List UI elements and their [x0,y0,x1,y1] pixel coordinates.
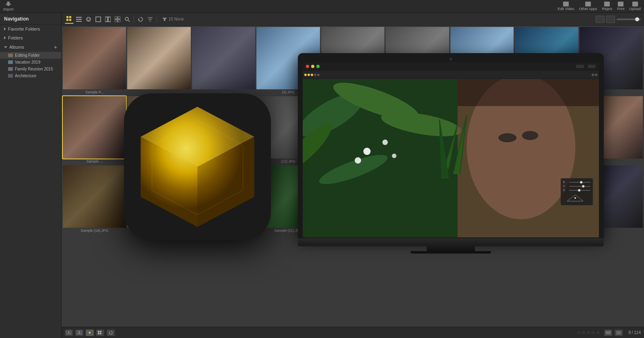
view-loupe-button[interactable] [123,15,132,24]
photo-cell[interactable]: Sample (19).JPG [127,165,190,233]
other-apps-button[interactable]: Other Apps [579,2,597,11]
photo-cell[interactable]: Sample (20).JPG [192,165,255,233]
photo-cell[interactable] [386,27,449,95]
photo-filename [580,228,643,229]
svg-rect-32 [606,331,611,332]
bottom-bar-button-1[interactable] [65,330,73,336]
zoom-slider[interactable] [617,19,641,20]
photo-cell[interactable]: (12).JPG [256,96,320,164]
svg-rect-27 [98,331,99,332]
photo-cell[interactable] [321,96,384,164]
photo-cell[interactable] [580,165,643,233]
rotate-icon [138,16,143,22]
photo-filename [580,159,643,160]
album-item-architecture[interactable]: Architecture [0,72,61,79]
photo-cell[interactable]: Sample (8).JPG [515,27,578,95]
upload-button[interactable]: Upload [629,2,641,11]
print-button[interactable]: Print [617,2,625,11]
star-rating[interactable]: ☆ ☆ ☆ ☆ ☆ [577,330,600,335]
photo-cell[interactable]: Sample (22).JPG [321,165,384,233]
album-item-editing-folder[interactable]: Editing Folder [0,52,61,59]
photo-filename: (12).JPG [256,159,320,164]
album-label: Vacation 2019 [15,60,40,64]
photo-cell[interactable]: Sample (18).JPG [63,165,126,233]
photo-filename: Sample (25).JPG [515,228,578,233]
photo-cell[interactable] [127,27,190,95]
add-album-button[interactable]: + [54,44,57,50]
photo-cell[interactable]: Sample (17).JPG [515,96,578,164]
photo-row-1: Sample P... (3).JPG [62,26,644,95]
star-4[interactable]: ☆ [591,330,595,335]
svg-rect-4 [76,17,82,18]
photo-thumbnail [450,96,514,159]
sort-button[interactable] [146,15,155,24]
view-options-icon [606,331,611,335]
view-toggle-small[interactable] [596,16,605,23]
reject-button[interactable]: Reject [602,2,612,11]
photo-thumbnail [580,27,643,89]
photo-filename: Sample (22).JPG [321,228,384,233]
album-item-vacation-2019[interactable]: Vacation 2019 [0,59,61,66]
view-toggle-large[interactable] [606,16,615,23]
photo-cell[interactable] [450,27,514,95]
svg-rect-16 [118,20,120,22]
view-dual-button[interactable] [103,15,112,24]
photo-cell[interactable]: Sample (24).JPG [450,165,514,233]
album-label: Architecture [15,74,36,78]
import-button[interactable]: Import [3,2,14,11]
sidebar-item-folders[interactable]: Folders [0,33,61,42]
svg-rect-10 [96,17,101,22]
photo-cell[interactable]: Sample (23).JPG [386,165,449,233]
photo-cell[interactable] [450,96,514,164]
album-label: Family Reunion 2015 [15,67,53,71]
photo-thumbnail [127,27,190,89]
albums-section-header[interactable]: Albums + [0,42,61,52]
photo-thumbnail [515,96,578,159]
filter-label[interactable]: 15 None [169,17,184,21]
photo-cell-selected[interactable]: Sample ... [63,96,126,164]
view-list-small-button[interactable] [615,330,623,336]
bottom-bar-button-2[interactable] [75,330,83,336]
photo-thumbnail [63,165,126,228]
star-3[interactable]: ☆ [586,330,590,335]
photo-filename: Sample (20).JPG [192,228,255,233]
view-options-button[interactable] [604,330,612,336]
star-1[interactable]: ☆ [577,330,581,335]
photo-thumbnail [256,165,320,228]
svg-rect-14 [118,16,120,19]
upload-icon [632,2,638,6]
face-view-icon [86,16,91,22]
view-list-button[interactable] [74,15,83,24]
grid-view-icon [66,16,72,22]
photo-cell[interactable]: Sample (25).JPG [515,165,578,233]
photo-thumbnail [386,165,449,228]
star-5[interactable]: ☆ [596,330,600,335]
sidebar-item-favorite-folders[interactable]: Favorite Folders [0,25,61,33]
album-thumb-icon [8,54,13,57]
photo-cell[interactable]: Sample (21).JPG [256,165,320,233]
photo-cell[interactable] [580,96,643,164]
star-2[interactable]: ☆ [582,330,586,335]
photo-cell[interactable]: Sample P... [63,27,126,95]
bottom-bar-button-5[interactable] [107,330,115,336]
photo-cell[interactable] [580,27,643,95]
view-face-button[interactable] [84,15,93,24]
album-item-family-reunion-2015[interactable]: Family Reunion 2015 [0,66,61,72]
view-grid-button[interactable] [65,15,74,24]
svg-rect-2 [66,19,68,21]
photo-cell[interactable] [127,96,190,164]
photo-cell[interactable] [386,96,449,164]
bottom-bar-button-3[interactable]: ■ [86,330,94,336]
photo-cell[interactable]: (3).JPG [256,27,320,95]
loupe-icon [124,16,130,22]
photo-cell[interactable] [321,27,384,95]
toolbar-separator [134,16,134,23]
photo-cell[interactable] [192,96,255,164]
view-single-button[interactable] [94,15,103,24]
photo-cell[interactable] [192,27,255,95]
photo-filename [321,159,384,160]
bottom-bar-button-4[interactable] [96,330,104,336]
view-quad-button[interactable] [113,15,122,24]
edit-video-button[interactable]: Edit Video [558,2,574,11]
rotate-button[interactable] [136,15,145,24]
